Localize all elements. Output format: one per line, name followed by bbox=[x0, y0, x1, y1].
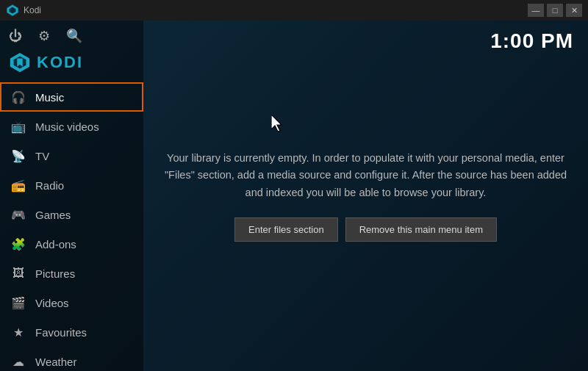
favourites-icon: ★ bbox=[10, 324, 26, 340]
nav-item-addons[interactable]: 🧩 Add-ons bbox=[0, 229, 143, 259]
settings-icon[interactable]: ⚙ bbox=[38, 28, 50, 44]
maximize-button[interactable]: □ bbox=[547, 4, 563, 17]
titlebar: Kodi — □ ✕ bbox=[0, 0, 588, 21]
clock-display: 1:00 PM bbox=[490, 29, 573, 53]
content-area: 1:00 PM Your library is currently empty.… bbox=[143, 21, 588, 371]
nav-label-radio: Radio bbox=[35, 179, 64, 192]
nav-menu: 🎧 Music 📺 Music videos 📡 TV 📻 Radio 🎮 Ga… bbox=[0, 82, 143, 371]
nav-label-music-videos: Music videos bbox=[35, 120, 99, 133]
nav-label-weather: Weather bbox=[35, 356, 76, 368]
music-videos-icon: 📺 bbox=[10, 118, 26, 134]
nav-item-music-videos[interactable]: 📺 Music videos bbox=[0, 112, 143, 141]
titlebar-controls: — □ ✕ bbox=[528, 4, 582, 17]
close-button[interactable]: ✕ bbox=[566, 4, 582, 17]
music-icon: 🎧 bbox=[10, 89, 26, 105]
search-icon[interactable]: 🔍 bbox=[66, 28, 82, 44]
kodi-logo-small-icon bbox=[6, 4, 19, 17]
enter-files-button[interactable]: Enter files section bbox=[234, 217, 338, 242]
kodi-brand-text: KODI bbox=[37, 53, 83, 72]
nav-item-pictures[interactable]: 🖼 Pictures bbox=[0, 259, 143, 288]
main-layout: ⏻ ⚙ 🔍 KODI 🎧 Music 📺 Music videos bbox=[0, 21, 588, 371]
sidebar: ⏻ ⚙ 🔍 KODI 🎧 Music 📺 Music videos bbox=[0, 21, 143, 371]
radio-icon: 📻 bbox=[10, 177, 26, 193]
nav-item-music[interactable]: 🎧 Music bbox=[0, 82, 143, 112]
remove-menu-item-button[interactable]: Remove this main menu item bbox=[345, 217, 497, 242]
kodi-emblem-icon bbox=[9, 51, 31, 73]
nav-label-tv: TV bbox=[35, 150, 49, 162]
empty-library-section: Your library is currently empty. In orde… bbox=[160, 150, 572, 242]
nav-item-favourites[interactable]: ★ Favourites bbox=[0, 317, 143, 347]
addons-icon: 🧩 bbox=[10, 236, 26, 252]
titlebar-title: Kodi bbox=[24, 5, 41, 15]
power-icon[interactable]: ⏻ bbox=[9, 29, 22, 44]
kodi-brand: KODI bbox=[0, 51, 143, 82]
nav-label-games: Games bbox=[35, 209, 71, 221]
pictures-icon: 🖼 bbox=[10, 265, 26, 281]
nav-label-music: Music bbox=[35, 91, 64, 104]
nav-label-favourites: Favourites bbox=[35, 326, 87, 339]
tv-icon: 📡 bbox=[10, 148, 26, 164]
nav-item-radio[interactable]: 📻 Radio bbox=[0, 170, 143, 200]
empty-library-message: Your library is currently empty. In orde… bbox=[160, 150, 572, 201]
mouse-cursor-icon bbox=[271, 115, 286, 132]
svg-marker-5 bbox=[271, 115, 282, 132]
sidebar-header: ⏻ ⚙ 🔍 bbox=[0, 24, 143, 51]
nav-label-videos: Videos bbox=[35, 297, 69, 309]
nav-item-weather[interactable]: ☁ Weather bbox=[0, 347, 143, 371]
minimize-button[interactable]: — bbox=[528, 4, 544, 17]
nav-item-videos[interactable]: 🎬 Videos bbox=[0, 288, 143, 317]
titlebar-left: Kodi bbox=[6, 4, 41, 17]
nav-item-games[interactable]: 🎮 Games bbox=[0, 200, 143, 229]
videos-icon: 🎬 bbox=[10, 295, 26, 311]
nav-label-pictures: Pictures bbox=[35, 267, 75, 280]
action-buttons: Enter files section Remove this main men… bbox=[160, 217, 572, 242]
nav-item-tv[interactable]: 📡 TV bbox=[0, 141, 143, 170]
games-icon: 🎮 bbox=[10, 206, 26, 223]
weather-icon: ☁ bbox=[10, 353, 26, 370]
nav-label-addons: Add-ons bbox=[35, 238, 76, 251]
